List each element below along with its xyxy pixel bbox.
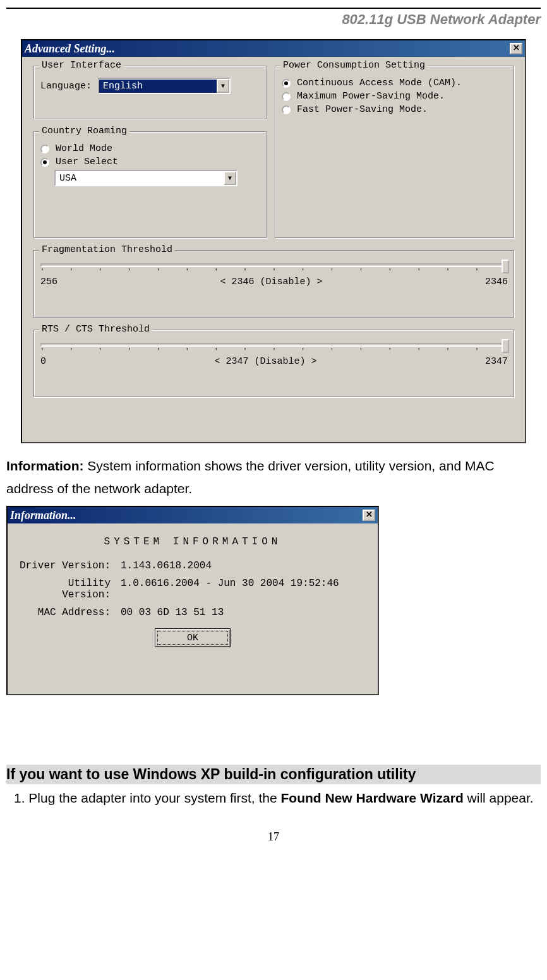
chevron-down-icon[interactable]: ▼ xyxy=(224,171,236,185)
frag-slider[interactable] xyxy=(40,263,508,267)
rts-ticks: ''''''''''''''''' xyxy=(40,348,508,355)
chevron-down-icon[interactable]: ▼ xyxy=(217,79,229,93)
country-roaming-group: Country Roaming World Mode User Select U… xyxy=(33,131,267,239)
information-dialog: Information... ✕ SYSTEM INFORMATION Driv… xyxy=(6,506,379,695)
mac-address-value: 00 03 6D 13 51 13 xyxy=(121,607,224,618)
information-label: Information: xyxy=(6,458,83,473)
info-title: Information... xyxy=(10,509,76,522)
close-icon[interactable]: ✕ xyxy=(510,43,522,54)
world-mode-label: World Mode xyxy=(56,143,112,154)
roaming-legend: Country Roaming xyxy=(39,126,129,136)
frag-min: 256 xyxy=(40,277,57,287)
rts-min: 0 xyxy=(40,356,46,367)
step-1-suffix: will appear. xyxy=(464,791,534,805)
frag-thumb[interactable] xyxy=(502,260,509,273)
close-icon[interactable]: ✕ xyxy=(363,510,375,521)
rts-group: RTS / CTS Threshold ''''''''''''''''' 0 … xyxy=(33,330,515,398)
info-titlebar: Information... ✕ xyxy=(8,507,378,523)
cam-radio[interactable] xyxy=(282,79,291,88)
step-1: 1. Plug the adapter into your system fir… xyxy=(6,787,541,810)
rts-thumb[interactable] xyxy=(502,339,509,353)
utility-version-value: 1.0.0616.2004 - Jun 30 2004 19:52:46 xyxy=(121,578,339,601)
advanced-setting-dialog: Advanced Setting... ✕ User Interface Lan… xyxy=(21,39,526,443)
rts-max: 2347 xyxy=(485,356,508,367)
max-save-label: Maximum Power-Saving Mode. xyxy=(297,91,445,102)
rts-value: < 2347 (Disable) > xyxy=(46,356,485,367)
system-info-heading: SYSTEM INFORMATION xyxy=(16,536,369,547)
user-select-radio[interactable] xyxy=(40,158,49,167)
page-header: 802.11g USB Network Adapter xyxy=(6,11,541,28)
utility-version-label: Utility Version: xyxy=(16,578,121,601)
frag-max: 2346 xyxy=(485,277,508,287)
fast-save-radio[interactable] xyxy=(282,105,291,114)
driver-version-value: 1.143.0618.2004 xyxy=(121,560,212,571)
rts-legend: RTS / CTS Threshold xyxy=(39,324,152,335)
section-heading: If you want to use Windows XP build-in c… xyxy=(6,765,541,784)
country-select[interactable]: USA ▼ xyxy=(54,170,237,186)
step-1-prefix: 1. Plug the adapter into your system fir… xyxy=(14,791,281,805)
advanced-title: Advanced Setting... xyxy=(25,42,115,56)
user-select-label: User Select xyxy=(56,157,118,167)
power-consumption-group: Power Consumption Setting Continuous Acc… xyxy=(275,66,515,239)
advanced-titlebar: Advanced Setting... ✕ xyxy=(22,40,525,57)
language-label: Language: xyxy=(40,81,92,92)
fast-save-label: Fast Power-Saving Mode. xyxy=(297,104,428,115)
frag-legend: Fragmentation Threshold xyxy=(39,244,175,255)
language-select[interactable]: English ▼ xyxy=(98,78,231,94)
frag-value: < 2346 (Disable) > xyxy=(57,277,485,287)
world-mode-radio[interactable] xyxy=(40,145,49,153)
user-interface-group: User Interface Language: English ▼ xyxy=(33,66,267,120)
rts-slider[interactable] xyxy=(40,343,508,347)
ok-button[interactable]: OK xyxy=(155,628,231,647)
driver-version-label: Driver Version: xyxy=(16,560,121,571)
information-paragraph: Information: System information shows th… xyxy=(6,455,541,499)
power-legend: Power Consumption Setting xyxy=(280,60,428,71)
cam-label: Continuous Access Mode (CAM). xyxy=(297,78,462,88)
frag-ticks: ''''''''''''''''' xyxy=(40,268,508,275)
mac-address-label: MAC Address: xyxy=(16,607,121,618)
fragmentation-group: Fragmentation Threshold ''''''''''''''''… xyxy=(33,250,515,318)
max-save-radio[interactable] xyxy=(282,92,291,101)
ui-legend: User Interface xyxy=(39,60,124,71)
header-rule xyxy=(6,8,541,9)
language-value: English xyxy=(99,80,217,93)
page-number: 17 xyxy=(0,830,547,844)
step-1-bold: Found New Hardware Wizard xyxy=(281,791,464,805)
country-value: USA xyxy=(56,172,224,185)
